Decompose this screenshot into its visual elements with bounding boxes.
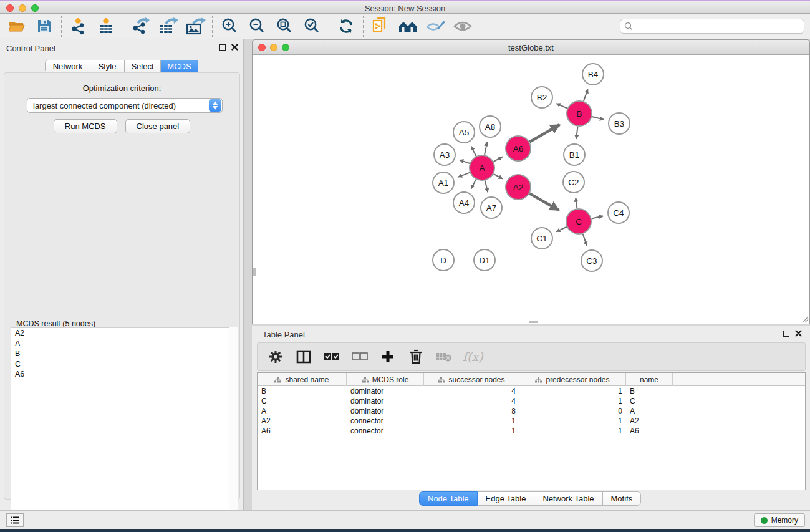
column-header-successor-nodes[interactable]: successor nodes: [424, 373, 519, 386]
table-cell[interactable]: 1: [519, 426, 626, 436]
table-cell[interactable]: A: [258, 406, 347, 416]
export-table-icon[interactable]: [157, 16, 178, 36]
table-settings-gear-icon[interactable]: [266, 347, 285, 366]
node-B3[interactable]: B3: [609, 113, 630, 134]
hide-panel-icon[interactable]: [425, 16, 446, 36]
tab-motifs[interactable]: Motifs: [603, 491, 642, 506]
node-A3[interactable]: A3: [434, 144, 455, 165]
table-cell[interactable]: A6: [626, 426, 673, 436]
save-session-icon[interactable]: [34, 16, 55, 36]
edge-A6-B[interactable]: [529, 125, 559, 142]
search-field[interactable]: [620, 19, 804, 34]
column-header-shared-name[interactable]: shared name: [258, 373, 347, 386]
mcds-result-item[interactable]: A2: [11, 328, 237, 339]
tab-select[interactable]: Select: [125, 60, 161, 73]
resize-grip-icon[interactable]: [801, 316, 809, 323]
edge-B-B4[interactable]: [584, 89, 588, 101]
show-graphics-icon[interactable]: [452, 16, 473, 36]
table-cell[interactable]: dominator: [347, 406, 424, 416]
canvas-hscroll-stub[interactable]: [529, 321, 538, 323]
edge-A-A4[interactable]: [471, 180, 476, 189]
table-row[interactable]: A2connector11A2: [258, 416, 805, 426]
edge-A-A3[interactable]: [460, 160, 470, 163]
first-neighbors-icon[interactable]: [397, 16, 418, 36]
table-row[interactable]: A6connector11A6: [258, 426, 805, 436]
edge-A-A5[interactable]: [471, 147, 476, 157]
table-row[interactable]: Cdominator41C: [258, 396, 805, 406]
zoom-selected-icon[interactable]: [301, 16, 322, 36]
table-cell[interactable]: 4: [424, 396, 519, 406]
export-network-icon[interactable]: [130, 16, 151, 36]
node-A8[interactable]: A8: [480, 116, 501, 137]
mcds-list-scrollbar[interactable]: [229, 327, 238, 532]
run-mcds-button[interactable]: Run MCDS: [54, 119, 117, 133]
node-C3[interactable]: C3: [581, 250, 602, 271]
node-A6[interactable]: A6: [506, 136, 531, 161]
node-A7[interactable]: A7: [481, 197, 502, 218]
mcds-result-item[interactable]: B: [11, 349, 237, 359]
table-cell[interactable]: 1: [519, 416, 626, 426]
edge-B-B3[interactable]: [592, 117, 604, 120]
node-A2[interactable]: A2: [506, 175, 531, 200]
edge-B-B1[interactable]: [576, 127, 577, 139]
table-cell[interactable]: A2: [626, 416, 673, 426]
node-D1[interactable]: D1: [474, 249, 495, 271]
table-cell[interactable]: 8: [424, 406, 519, 416]
table-cell[interactable]: C: [258, 396, 347, 406]
table-cell[interactable]: 0: [519, 406, 626, 416]
column-header-predecessor-nodes[interactable]: predecessor nodes: [519, 373, 626, 386]
tab-node-table[interactable]: Node Table: [419, 491, 478, 506]
tab-network[interactable]: Network: [45, 60, 90, 73]
edge-C-C3[interactable]: [583, 234, 587, 246]
create-column-icon[interactable]: [378, 347, 397, 366]
close-table-panel-icon[interactable]: [795, 330, 802, 337]
table-cell[interactable]: C: [626, 396, 673, 406]
main-titlebar[interactable]: Session: New Session: [0, 1, 810, 14]
table-row[interactable]: Adominator80A: [258, 406, 805, 416]
edge-A-A6[interactable]: [494, 157, 503, 162]
mcds-result-item[interactable]: A: [11, 339, 237, 349]
float-panel-icon[interactable]: [219, 44, 226, 51]
task-history-button[interactable]: [6, 513, 24, 527]
node-A5[interactable]: A5: [453, 122, 475, 143]
node-C2[interactable]: C2: [563, 172, 584, 193]
optimization-criterion-select[interactable]: largest connected component (directed): [27, 98, 223, 113]
node-A[interactable]: A: [470, 155, 494, 180]
delete-table-icon[interactable]: [435, 347, 453, 366]
edge-A-A8[interactable]: [485, 142, 487, 155]
canvas-vscroll-stub[interactable]: [253, 268, 256, 276]
network-canvas[interactable]: B4B2BB3A8A5A6A3B1AA1C2A2A4A7C4CC1C3DD1: [252, 55, 810, 324]
import-table-icon[interactable]: [95, 16, 117, 36]
refresh-icon[interactable]: [335, 16, 357, 36]
table-cell[interactable]: A: [626, 406, 673, 416]
edge-C-C4[interactable]: [592, 216, 604, 218]
node-B4[interactable]: B4: [582, 64, 604, 85]
tab-style[interactable]: Style: [90, 60, 125, 73]
import-network-icon[interactable]: [68, 16, 89, 36]
mcds-result-item[interactable]: C: [11, 359, 237, 370]
table-cell[interactable]: dominator: [347, 386, 424, 396]
table-row[interactable]: Bdominator41B: [258, 386, 805, 396]
select-columns-icon[interactable]: [294, 347, 313, 366]
edge-A-A1[interactable]: [458, 173, 470, 177]
mcds-result-item[interactable]: A6: [11, 369, 237, 380]
edge-B-B2[interactable]: [556, 104, 567, 109]
node-A4[interactable]: A4: [453, 192, 475, 213]
node-B1[interactable]: B1: [564, 144, 585, 165]
delete-column-trash-icon[interactable]: [407, 347, 425, 366]
table-cell[interactable]: 1: [519, 386, 626, 396]
table-cell[interactable]: 1: [424, 426, 519, 436]
zoom-out-icon[interactable]: [246, 16, 268, 36]
table-cell[interactable]: 1: [424, 416, 519, 426]
mcds-result-list[interactable]: A2ABCA6: [11, 327, 238, 532]
table-cell[interactable]: connector: [347, 416, 424, 426]
open-session-icon[interactable]: [6, 16, 27, 36]
edge-A-A7[interactable]: [485, 180, 488, 192]
node-C[interactable]: C: [566, 209, 591, 234]
float-table-panel-icon[interactable]: [783, 331, 789, 337]
node-B[interactable]: B: [567, 101, 592, 126]
memory-button[interactable]: Memory: [754, 513, 805, 527]
node-B2[interactable]: B2: [531, 87, 552, 108]
tab-mcds[interactable]: MCDS: [161, 60, 198, 73]
edge-A2-C[interactable]: [529, 193, 559, 210]
